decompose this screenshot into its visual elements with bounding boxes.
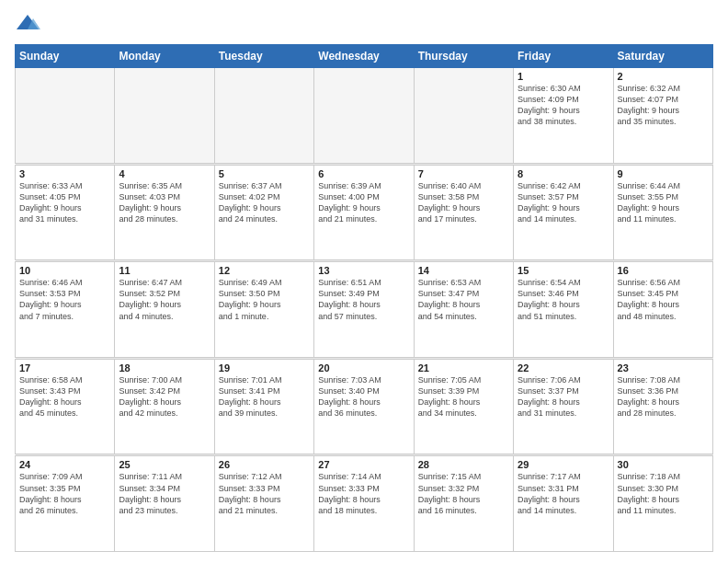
day-number: 4 <box>119 168 210 179</box>
calendar-cell: 18Sunrise: 7:00 AM Sunset: 3:42 PM Dayli… <box>115 359 214 454</box>
calendar-cell: 4Sunrise: 6:35 AM Sunset: 4:03 PM Daylig… <box>115 165 214 260</box>
day-number: 8 <box>518 168 609 179</box>
calendar-cell: 26Sunrise: 7:12 AM Sunset: 3:33 PM Dayli… <box>214 456 313 552</box>
day-info: Sunrise: 7:01 AM Sunset: 3:41 PM Dayligh… <box>219 374 310 419</box>
weekday-row: SundayMondayTuesdayWednesdayThursdayFrid… <box>16 45 713 68</box>
day-info: Sunrise: 6:47 AM Sunset: 3:52 PM Dayligh… <box>119 277 210 322</box>
calendar-cell <box>214 68 313 164</box>
calendar-cell: 16Sunrise: 6:56 AM Sunset: 3:45 PM Dayli… <box>613 262 712 358</box>
calendar-cell <box>414 68 513 164</box>
page: SundayMondayTuesdayWednesdayThursdayFrid… <box>0 0 728 563</box>
calendar-cell: 15Sunrise: 6:54 AM Sunset: 3:46 PM Dayli… <box>514 262 613 358</box>
day-number: 9 <box>618 168 709 179</box>
weekday-header-wednesday: Wednesday <box>314 45 414 68</box>
day-info: Sunrise: 6:46 AM Sunset: 3:53 PM Dayligh… <box>19 277 110 322</box>
logo <box>15 11 44 37</box>
day-info: Sunrise: 7:12 AM Sunset: 3:33 PM Dayligh… <box>219 471 310 516</box>
day-number: 15 <box>518 265 609 276</box>
day-number: 13 <box>318 265 409 276</box>
weekday-header-saturday: Saturday <box>613 45 712 68</box>
calendar-cell <box>314 68 414 164</box>
calendar-cell: 22Sunrise: 7:06 AM Sunset: 3:37 PM Dayli… <box>514 359 613 454</box>
day-number: 22 <box>518 362 609 373</box>
day-number: 12 <box>219 265 310 276</box>
weekday-header-monday: Monday <box>115 45 214 68</box>
calendar-cell: 12Sunrise: 6:49 AM Sunset: 3:50 PM Dayli… <box>214 262 313 358</box>
calendar-cell: 14Sunrise: 6:53 AM Sunset: 3:47 PM Dayli… <box>414 262 513 358</box>
calendar-cell: 24Sunrise: 7:09 AM Sunset: 3:35 PM Dayli… <box>16 456 115 552</box>
day-number: 10 <box>19 265 110 276</box>
calendar-cell: 27Sunrise: 7:14 AM Sunset: 3:33 PM Dayli… <box>314 456 414 552</box>
calendar-cell: 25Sunrise: 7:11 AM Sunset: 3:34 PM Dayli… <box>115 456 214 552</box>
day-info: Sunrise: 6:39 AM Sunset: 4:00 PM Dayligh… <box>318 180 409 225</box>
day-info: Sunrise: 6:33 AM Sunset: 4:05 PM Dayligh… <box>19 180 110 225</box>
calendar-week-3: 10Sunrise: 6:46 AM Sunset: 3:53 PM Dayli… <box>16 262 713 358</box>
day-number: 14 <box>418 265 509 276</box>
header <box>15 11 713 37</box>
day-info: Sunrise: 6:58 AM Sunset: 3:43 PM Dayligh… <box>19 374 110 419</box>
calendar-cell: 13Sunrise: 6:51 AM Sunset: 3:49 PM Dayli… <box>314 262 414 358</box>
day-number: 25 <box>119 459 210 470</box>
day-number: 2 <box>618 71 709 82</box>
day-info: Sunrise: 6:49 AM Sunset: 3:50 PM Dayligh… <box>219 277 310 322</box>
day-number: 11 <box>119 265 210 276</box>
day-info: Sunrise: 7:18 AM Sunset: 3:30 PM Dayligh… <box>618 471 709 516</box>
day-info: Sunrise: 6:54 AM Sunset: 3:46 PM Dayligh… <box>518 277 609 322</box>
calendar-cell: 28Sunrise: 7:15 AM Sunset: 3:32 PM Dayli… <box>414 456 513 552</box>
calendar-cell: 10Sunrise: 6:46 AM Sunset: 3:53 PM Dayli… <box>16 262 115 358</box>
calendar-cell: 19Sunrise: 7:01 AM Sunset: 3:41 PM Dayli… <box>214 359 313 454</box>
day-info: Sunrise: 6:42 AM Sunset: 3:57 PM Dayligh… <box>518 180 609 225</box>
day-info: Sunrise: 7:00 AM Sunset: 3:42 PM Dayligh… <box>119 374 210 419</box>
day-info: Sunrise: 6:51 AM Sunset: 3:49 PM Dayligh… <box>318 277 409 322</box>
logo-icon <box>15 11 40 37</box>
day-info: Sunrise: 6:44 AM Sunset: 3:55 PM Dayligh… <box>618 180 709 225</box>
calendar-cell: 9Sunrise: 6:44 AM Sunset: 3:55 PM Daylig… <box>613 165 712 260</box>
weekday-header-tuesday: Tuesday <box>214 45 313 68</box>
calendar-cell: 17Sunrise: 6:58 AM Sunset: 3:43 PM Dayli… <box>16 359 115 454</box>
day-number: 26 <box>219 459 310 470</box>
day-info: Sunrise: 7:05 AM Sunset: 3:39 PM Dayligh… <box>418 374 509 419</box>
day-number: 19 <box>219 362 310 373</box>
calendar-cell: 3Sunrise: 6:33 AM Sunset: 4:05 PM Daylig… <box>16 165 115 260</box>
calendar-cell: 30Sunrise: 7:18 AM Sunset: 3:30 PM Dayli… <box>613 456 712 552</box>
day-number: 1 <box>518 71 609 82</box>
weekday-header-sunday: Sunday <box>16 45 115 68</box>
calendar-cell: 29Sunrise: 7:17 AM Sunset: 3:31 PM Dayli… <box>514 456 613 552</box>
day-number: 29 <box>518 459 609 470</box>
day-number: 16 <box>618 265 709 276</box>
day-info: Sunrise: 6:37 AM Sunset: 4:02 PM Dayligh… <box>219 180 310 225</box>
calendar-week-4: 17Sunrise: 6:58 AM Sunset: 3:43 PM Dayli… <box>16 359 713 454</box>
day-number: 30 <box>618 459 709 470</box>
day-info: Sunrise: 6:53 AM Sunset: 3:47 PM Dayligh… <box>418 277 509 322</box>
calendar-cell <box>16 68 115 164</box>
day-info: Sunrise: 6:40 AM Sunset: 3:58 PM Dayligh… <box>418 180 509 225</box>
calendar-cell: 6Sunrise: 6:39 AM Sunset: 4:00 PM Daylig… <box>314 165 414 260</box>
calendar-cell: 5Sunrise: 6:37 AM Sunset: 4:02 PM Daylig… <box>214 165 313 260</box>
calendar-week-5: 24Sunrise: 7:09 AM Sunset: 3:35 PM Dayli… <box>16 456 713 552</box>
calendar-cell: 7Sunrise: 6:40 AM Sunset: 3:58 PM Daylig… <box>414 165 513 260</box>
day-number: 20 <box>318 362 409 373</box>
calendar-week-2: 3Sunrise: 6:33 AM Sunset: 4:05 PM Daylig… <box>16 165 713 260</box>
day-info: Sunrise: 7:17 AM Sunset: 3:31 PM Dayligh… <box>518 471 609 516</box>
calendar-cell: 23Sunrise: 7:08 AM Sunset: 3:36 PM Dayli… <box>613 359 712 454</box>
day-info: Sunrise: 6:32 AM Sunset: 4:07 PM Dayligh… <box>618 83 709 128</box>
day-info: Sunrise: 6:56 AM Sunset: 3:45 PM Dayligh… <box>618 277 709 322</box>
day-info: Sunrise: 7:15 AM Sunset: 3:32 PM Dayligh… <box>418 471 509 516</box>
day-number: 5 <box>219 168 310 179</box>
day-number: 24 <box>19 459 110 470</box>
day-info: Sunrise: 6:30 AM Sunset: 4:09 PM Dayligh… <box>518 83 609 128</box>
day-number: 7 <box>418 168 509 179</box>
calendar-cell: 20Sunrise: 7:03 AM Sunset: 3:40 PM Dayli… <box>314 359 414 454</box>
day-number: 21 <box>418 362 509 373</box>
weekday-header-friday: Friday <box>514 45 613 68</box>
day-info: Sunrise: 7:08 AM Sunset: 3:36 PM Dayligh… <box>618 374 709 419</box>
calendar-cell: 21Sunrise: 7:05 AM Sunset: 3:39 PM Dayli… <box>414 359 513 454</box>
day-info: Sunrise: 7:11 AM Sunset: 3:34 PM Dayligh… <box>119 471 210 516</box>
day-number: 3 <box>19 168 110 179</box>
day-info: Sunrise: 7:09 AM Sunset: 3:35 PM Dayligh… <box>19 471 110 516</box>
calendar-header: SundayMondayTuesdayWednesdayThursdayFrid… <box>16 45 713 68</box>
calendar-table: SundayMondayTuesdayWednesdayThursdayFrid… <box>15 44 713 552</box>
calendar-cell: 2Sunrise: 6:32 AM Sunset: 4:07 PM Daylig… <box>613 68 712 164</box>
day-number: 27 <box>318 459 409 470</box>
day-number: 23 <box>618 362 709 373</box>
